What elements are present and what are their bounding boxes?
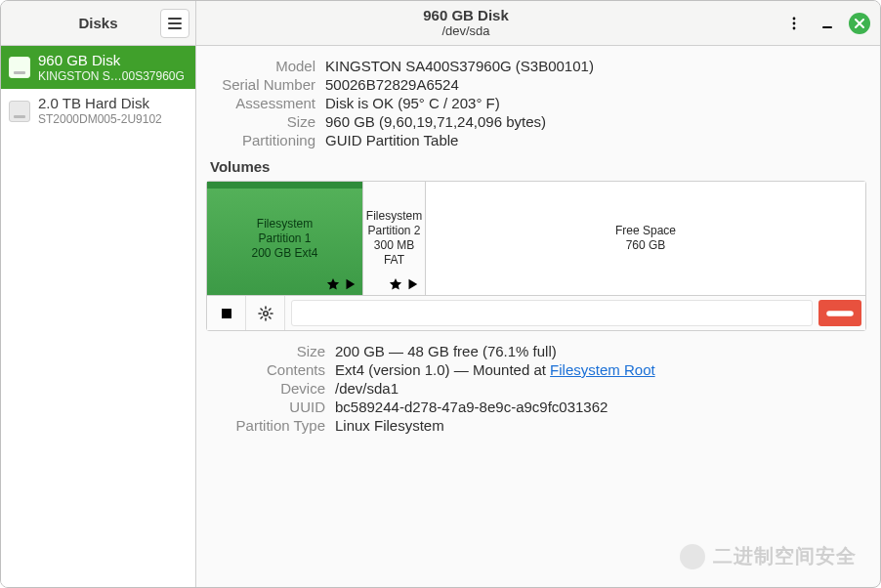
volume-details: Size 200 GB — 48 GB free (76.1% full) Co…	[208, 343, 866, 434]
value-assessment: Disk is OK (95° C / 203° F)	[325, 95, 866, 111]
label-assessment: Assessment	[208, 95, 315, 111]
star-icon	[389, 277, 402, 291]
titlebar-left: Disks	[1, 1, 196, 45]
disk-name: 960 GB Disk	[38, 52, 185, 69]
label-vol-device: Device	[208, 380, 325, 397]
value-serial: 50026B72829A6524	[325, 76, 866, 93]
disk-model: KINGSTON S…00S37960G	[38, 69, 185, 83]
toolbar-spacer	[291, 300, 813, 326]
label-vol-contents: Contents	[208, 361, 325, 378]
svg-point-2	[793, 26, 796, 29]
stop-icon	[219, 306, 234, 321]
minus-icon	[818, 292, 861, 335]
label-vol-ptype: Partition Type	[208, 417, 325, 434]
svg-point-5	[263, 311, 267, 315]
star-icon	[326, 277, 340, 291]
label-serial: Serial Number	[208, 76, 315, 93]
value-size: 960 GB (9,60,19,71,24,096 bytes)	[325, 113, 866, 130]
value-vol-device: /dev/sda1	[335, 380, 866, 397]
minimize-button[interactable]	[816, 12, 839, 35]
window-subtitle: /dev/sda	[441, 24, 489, 39]
partition-options-button[interactable]	[246, 296, 285, 330]
label-vol-uuid: UUID	[208, 399, 325, 415]
disk-name: 2.0 TB Hard Disk	[38, 95, 162, 112]
partition-status-icons	[389, 277, 419, 291]
svg-rect-6	[826, 311, 854, 316]
drive-icon	[9, 101, 30, 122]
partition-status-icons	[326, 277, 357, 291]
value-vol-uuid: bc589244-d278-47a9-8e9c-a9c9fc031362	[335, 399, 866, 415]
partition-2[interactable]: Filesystem Partition 2 300 MB FAT	[363, 182, 426, 295]
app-title: Disks	[36, 15, 160, 31]
free-space[interactable]: Free Space 760 GB	[426, 182, 865, 295]
titlebar-center: 960 GB Disk /dev/sda	[196, 1, 735, 45]
disk-list: 960 GB Disk KINGSTON S…00S37960G 2.0 TB …	[1, 46, 196, 587]
drive-icon	[9, 57, 30, 78]
drive-options-button[interactable]	[782, 12, 806, 35]
disk-list-item[interactable]: 2.0 TB Hard Disk ST2000DM005-2U9102	[1, 89, 195, 132]
disk-model: ST2000DM005-2U9102	[38, 112, 162, 126]
label-size: Size	[208, 113, 315, 130]
hamburger-icon	[167, 16, 183, 31]
delete-partition-button[interactable]	[818, 300, 861, 326]
disk-detail: Model KINGSTON SA400S37960G (S3B00101) S…	[196, 46, 880, 587]
svg-point-0	[793, 17, 796, 20]
svg-rect-4	[222, 309, 231, 318]
disks-window: Disks 960 GB Disk /dev/sda	[0, 0, 881, 588]
label-vol-size: Size	[208, 343, 325, 359]
close-icon	[854, 18, 865, 29]
gear-icon	[258, 306, 273, 321]
label-model: Model	[208, 58, 315, 74]
svg-rect-3	[822, 26, 832, 28]
value-vol-size: 200 GB — 48 GB free (76.1% full)	[335, 343, 866, 359]
mount-point-link[interactable]: Filesystem Root	[550, 361, 655, 378]
play-icon	[343, 277, 357, 291]
window-title: 960 GB Disk	[423, 7, 509, 23]
play-icon	[405, 277, 419, 291]
label-partitioning: Partitioning	[208, 132, 315, 148]
window-body: 960 GB Disk KINGSTON S…00S37960G 2.0 TB …	[1, 46, 880, 587]
value-partitioning: GUID Partition Table	[325, 132, 866, 148]
titlebar-right	[735, 1, 880, 45]
disk-info-grid: Model KINGSTON SA400S37960G (S3B00101) S…	[208, 58, 866, 148]
app-menu-button[interactable]	[160, 9, 189, 38]
close-button[interactable]	[849, 13, 870, 34]
disk-list-item[interactable]: 960 GB Disk KINGSTON S…00S37960G	[1, 46, 195, 89]
minimize-icon	[819, 16, 835, 31]
partition-1[interactable]: Filesystem Partition 1 200 GB Ext4	[207, 182, 363, 295]
volume-toolbar	[207, 295, 865, 330]
unmount-button[interactable]	[207, 296, 246, 330]
value-vol-ptype: Linux Filesystem	[335, 417, 866, 434]
titlebar: Disks 960 GB Disk /dev/sda	[1, 1, 880, 46]
kebab-icon	[786, 16, 802, 31]
svg-point-1	[793, 21, 796, 24]
volumes-diagram: Filesystem Partition 1 200 GB Ext4 Files…	[206, 181, 866, 331]
volumes-title: Volumes	[210, 158, 866, 175]
volumes-row: Filesystem Partition 1 200 GB Ext4 Files…	[207, 182, 865, 295]
value-vol-contents: Ext4 (version 1.0) — Mounted at Filesyst…	[335, 361, 866, 378]
value-model: KINGSTON SA400S37960G (S3B00101)	[325, 58, 866, 74]
